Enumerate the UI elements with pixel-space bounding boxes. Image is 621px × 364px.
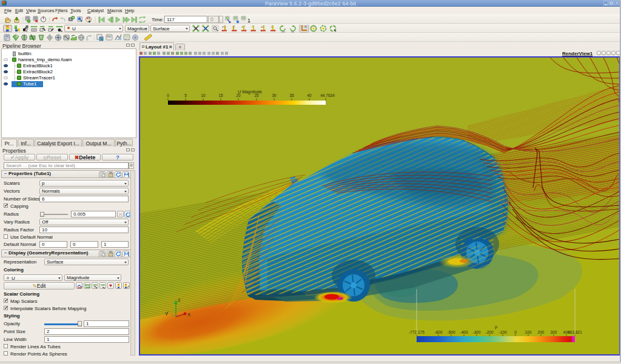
svg-text:0: 0: [167, 93, 169, 98]
svg-text:-500: -500: [447, 330, 455, 334]
svg-text:-600: -600: [434, 330, 442, 334]
svg-text:25: 25: [254, 93, 259, 98]
svg-text:-90: -90: [290, 30, 295, 33]
svg-text:463.821: 463.821: [568, 330, 582, 334]
svg-text:2: 2: [25, 28, 28, 32]
svg-text:40: 40: [307, 93, 312, 98]
svg-text:15: 15: [218, 93, 223, 98]
svg-text:-400: -400: [460, 330, 468, 334]
svg-text:1: 1: [247, 18, 250, 24]
svg-text:Z: Z: [178, 297, 181, 303]
svg-text:35: 35: [289, 93, 294, 98]
svg-text:-300: -300: [472, 330, 480, 334]
svg-text:U Magnitude: U Magnitude: [238, 90, 262, 94]
svg-text:300: 300: [551, 330, 557, 334]
svg-text:20: 20: [236, 93, 241, 98]
svg-text:10: 10: [201, 93, 206, 98]
svg-text:0: 0: [514, 330, 517, 334]
svg-text:30: 30: [272, 93, 277, 98]
svg-text:5: 5: [184, 93, 187, 98]
svg-text:100: 100: [525, 330, 532, 334]
svg-text:X: X: [187, 312, 190, 317]
svg-text:-200: -200: [485, 330, 493, 334]
svg-text:44.7634: 44.7634: [320, 93, 335, 98]
svg-text:-100: -100: [498, 330, 506, 334]
svg-text:+90: +90: [281, 30, 286, 33]
svg-text:-772.175: -772.175: [409, 330, 425, 334]
svg-text:p: p: [495, 325, 497, 329]
svg-text:200: 200: [538, 330, 545, 334]
